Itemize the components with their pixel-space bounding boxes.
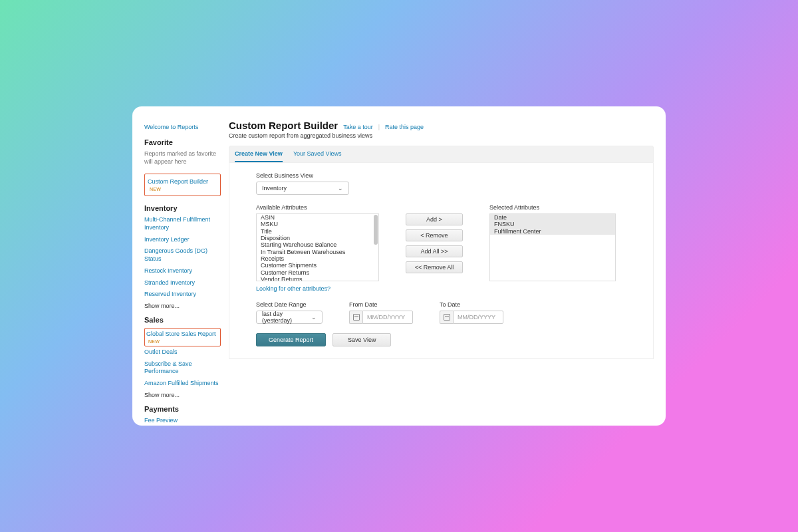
to-date-calendar-button[interactable] <box>440 311 453 324</box>
list-item[interactable]: Vendor Returns <box>257 276 378 281</box>
list-item[interactable]: Title <box>257 228 378 235</box>
custom-report-builder-link[interactable]: Custom Report Builder <box>148 178 208 185</box>
from-date-column: From Date MM/DD/YYYY <box>349 301 413 324</box>
sidebar-item-multi-channel[interactable]: Multi-Channel Fulfillment Inventory <box>144 216 221 231</box>
form-panel: Select Business View Inventory ⌄ Availab… <box>229 163 654 359</box>
scrollbar[interactable] <box>374 215 378 245</box>
sidebar-item-subscribe-save[interactable]: Subscribe & Save Performance <box>144 360 221 376</box>
from-date-calendar-button[interactable] <box>349 311 362 324</box>
sidebar-item-restock[interactable]: Restock Inventory <box>144 267 221 275</box>
business-view-value: Inventory <box>262 185 287 192</box>
separator: | <box>378 124 380 130</box>
list-item[interactable]: Receipts <box>257 255 378 262</box>
sidebar-item-inventory-ledger[interactable]: Inventory Ledger <box>144 236 221 244</box>
transfer-buttons: Add > < Remove Add All >> << Remove All <box>406 204 463 292</box>
global-store-highlight[interactable]: Global Store Sales Report NEW <box>144 328 221 346</box>
remove-button[interactable]: < Remove <box>406 229 463 241</box>
page-subtitle: Create custom report from aggregated bus… <box>229 132 654 139</box>
calendar-icon <box>444 314 450 321</box>
rate-page-link[interactable]: Rate this page <box>385 124 424 130</box>
custom-report-builder-highlight[interactable]: Custom Report Builder NEW <box>144 174 221 196</box>
date-range-label: Select Date Range <box>256 301 323 308</box>
available-label: Available Attributes <box>256 204 379 211</box>
to-date-input[interactable]: MM/DD/YYYY <box>453 311 503 324</box>
sidebar-welcome-link[interactable]: Welcome to Reports <box>144 124 221 130</box>
favorite-heading: Favorite <box>144 138 221 146</box>
sidebar-item-fee-preview[interactable]: Fee Preview <box>144 417 221 425</box>
sidebar-item-reserved[interactable]: Reserved Inventory <box>144 291 221 299</box>
sales-heading: Sales <box>144 316 221 324</box>
new-tag: NEW <box>148 339 160 344</box>
sidebar-item-amazon-fulfilled[interactable]: Amazon Fulfilled Shipments <box>144 380 221 388</box>
generate-report-button[interactable]: Generate Report <box>256 333 326 346</box>
business-view-select[interactable]: Inventory ⌄ <box>256 182 349 195</box>
to-date-column: To Date MM/DD/YYYY <box>440 301 503 324</box>
list-item[interactable]: Disposition <box>257 235 378 241</box>
tab-saved-views[interactable]: Your Saved Views <box>293 146 342 162</box>
sidebar: Welcome to Reports Favorite Reports mark… <box>144 114 221 418</box>
payments-heading: Payments <box>144 405 221 413</box>
tabs: Create New View Your Saved Views <box>229 146 654 163</box>
list-item[interactable]: FNSKU <box>490 221 615 227</box>
list-item[interactable]: In Transit Between Warehouses <box>257 249 378 255</box>
inventory-heading: Inventory <box>144 204 221 212</box>
from-date-label: From Date <box>349 301 413 308</box>
calendar-icon <box>353 314 360 321</box>
date-range-value: last day (yesterday) <box>262 311 311 324</box>
selected-attributes-listbox[interactable]: Date FNSKU Fulfillment Center <box>489 213 616 281</box>
date-range-select[interactable]: last day (yesterday) ⌄ <box>256 311 323 324</box>
remove-all-button[interactable]: << Remove All <box>406 261 463 273</box>
main-content: Custom Report Builder Take a tour | Rate… <box>221 114 654 418</box>
sales-show-more[interactable]: Show more... <box>144 392 221 398</box>
list-item[interactable]: Fulfillment Center <box>490 228 615 235</box>
sidebar-item-dg-status[interactable]: Dangerous Goods (DG) Status <box>144 247 221 263</box>
take-tour-link[interactable]: Take a tour <box>343 124 373 130</box>
available-attributes-column: Available Attributes ASIN MSKU Title Dis… <box>256 204 379 292</box>
selected-label: Selected Attributes <box>489 204 616 211</box>
page-title: Custom Report Builder <box>229 120 338 131</box>
new-tag: NEW <box>150 187 161 192</box>
date-range-column: Select Date Range last day (yesterday) ⌄ <box>256 301 323 324</box>
available-attributes-listbox[interactable]: ASIN MSKU Title Disposition Starting War… <box>256 213 379 281</box>
from-date-input[interactable]: MM/DD/YYYY <box>362 311 413 324</box>
sidebar-item-stranded[interactable]: Stranded Inventory <box>144 279 221 287</box>
save-view-button[interactable]: Save View <box>332 333 391 346</box>
sidebar-item-global-store[interactable]: Global Store Sales Report <box>146 331 216 337</box>
tab-create-new-view[interactable]: Create New View <box>235 146 283 162</box>
to-date-label: To Date <box>440 301 503 308</box>
sidebar-item-outlet-deals[interactable]: Outlet Deals <box>144 348 221 356</box>
favorite-note: Reports marked as favorite will appear h… <box>144 150 221 166</box>
app-window: Welcome to Reports Favorite Reports mark… <box>132 106 666 426</box>
list-item[interactable]: Customer Returns <box>257 269 378 276</box>
business-view-label: Select Business View <box>256 172 626 179</box>
inventory-show-more[interactable]: Show more... <box>144 303 221 309</box>
list-item[interactable]: Date <box>490 214 615 221</box>
list-item[interactable]: Customer Shipments <box>257 262 378 269</box>
chevron-down-icon: ⌄ <box>311 314 317 321</box>
list-item[interactable]: Starting Warehouse Balance <box>257 241 378 248</box>
lookup-attributes-link[interactable]: Looking for other attributes? <box>256 285 379 292</box>
add-button[interactable]: Add > <box>406 213 463 225</box>
add-all-button[interactable]: Add All >> <box>406 245 463 257</box>
chevron-down-icon: ⌄ <box>338 185 343 192</box>
list-item[interactable]: MSKU <box>257 221 378 227</box>
list-item[interactable]: ASIN <box>257 214 378 221</box>
selected-attributes-column: Selected Attributes Date FNSKU Fulfillme… <box>489 204 616 292</box>
